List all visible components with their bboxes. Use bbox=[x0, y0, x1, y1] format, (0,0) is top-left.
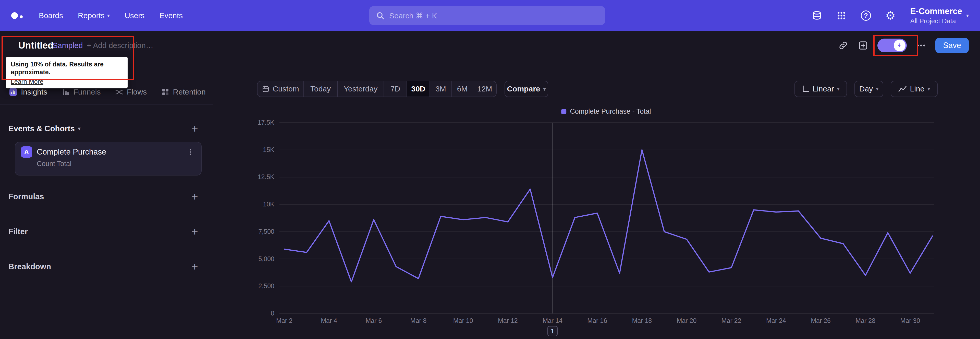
y-axis-tick-label: 7,500 bbox=[258, 228, 274, 235]
y-axis-tick-label: 2,500 bbox=[258, 282, 274, 290]
primary-nav: Boards Reports▾ Users Events bbox=[39, 0, 183, 31]
y-axis-tick-label: 0 bbox=[271, 310, 274, 317]
apps-grid-icon[interactable] bbox=[836, 10, 847, 21]
save-button[interactable]: Save bbox=[935, 38, 969, 53]
tab-insights[interactable]: Insights bbox=[9, 87, 47, 97]
chart-legend-item[interactable]: Complete Purchase - Total bbox=[561, 107, 651, 115]
logo-dot bbox=[11, 12, 18, 19]
nav-reports[interactable]: Reports▾ bbox=[78, 11, 110, 20]
tab-insights-label: Insights bbox=[21, 88, 47, 96]
interval-dropdown[interactable]: Day ▾ bbox=[854, 81, 883, 97]
range-today[interactable]: Today bbox=[304, 81, 337, 97]
range-6m[interactable]: 6M bbox=[452, 81, 473, 97]
chevron-down-icon: ▾ bbox=[837, 86, 840, 91]
more-options-icon[interactable] bbox=[915, 40, 927, 51]
legend-series-marker bbox=[561, 109, 566, 114]
add-to-board-icon[interactable] bbox=[858, 40, 869, 51]
tab-retention[interactable]: Retention bbox=[161, 87, 206, 97]
range-7d-label: 7D bbox=[390, 85, 400, 93]
y-axis-tick-label: 17.5K bbox=[258, 119, 274, 126]
compare-label: Compare bbox=[507, 85, 540, 93]
y-axis: 17.5K15K12.5K10K7,5005,0002,5000 bbox=[240, 123, 274, 313]
range-30d-label: 30D bbox=[411, 85, 425, 93]
funnels-icon bbox=[61, 87, 70, 97]
chart-type-dropdown[interactable]: Line ▾ bbox=[891, 81, 938, 97]
toggle-knob bbox=[894, 40, 905, 51]
settings-gear-icon[interactable]: ⚙ bbox=[885, 10, 896, 21]
x-axis: Mar 2Mar 4Mar 6Mar 8Mar 10Mar 12Mar 14Ma… bbox=[280, 317, 934, 326]
calendar-icon bbox=[262, 85, 269, 93]
x-axis-tick-label: Mar 8 bbox=[410, 317, 427, 325]
linear-axis-icon bbox=[802, 85, 810, 93]
help-question-mark: ? bbox=[861, 10, 871, 21]
sampling-toggle[interactable] bbox=[877, 38, 907, 52]
add-breakdown-button[interactable]: + bbox=[191, 261, 198, 272]
search-icon bbox=[376, 11, 385, 20]
nav-boards[interactable]: Boards bbox=[39, 11, 63, 20]
tab-flows[interactable]: Flows bbox=[115, 87, 147, 97]
x-axis-tick-label: Mar 18 bbox=[632, 317, 652, 325]
x-axis-tick-label: Mar 28 bbox=[856, 317, 875, 325]
range-yesterday-label: Yesterday bbox=[344, 85, 377, 93]
chevron-down-icon: ▾ bbox=[928, 86, 930, 91]
gear-glyph: ⚙ bbox=[885, 10, 895, 21]
chart-panel: Custom Today Yesterday 7D 30D 3M 6M 12M … bbox=[215, 59, 980, 339]
retention-icon bbox=[161, 87, 170, 97]
scale-label: Linear bbox=[813, 85, 834, 93]
project-switcher[interactable]: E-Commerce All Project Data ▾ bbox=[910, 0, 969, 31]
x-axis-tick-label: Mar 16 bbox=[587, 317, 607, 325]
add-formula-button[interactable]: + bbox=[191, 191, 198, 202]
data-management-icon[interactable] bbox=[811, 10, 822, 21]
event-card[interactable]: A Complete Purchase Count Total bbox=[15, 142, 202, 176]
event-kebab-menu-icon[interactable] bbox=[185, 147, 196, 157]
section-filter[interactable]: Filter + bbox=[8, 226, 198, 238]
question-glyph: ? bbox=[864, 12, 868, 20]
line-chart-icon bbox=[898, 85, 907, 93]
x-axis-tick-label: Mar 20 bbox=[677, 317, 697, 325]
chart-type-label: Line bbox=[910, 85, 924, 93]
range-3m-label: 3M bbox=[435, 85, 446, 93]
chevron-down-icon: ▾ bbox=[543, 86, 546, 91]
range-6m-label: 6M bbox=[457, 85, 468, 93]
report-title[interactable]: Untitled bbox=[18, 40, 54, 51]
range-3m[interactable]: 3M bbox=[430, 81, 452, 97]
top-nav-icons: ? ⚙ bbox=[811, 0, 896, 31]
interval-label: Day bbox=[859, 85, 873, 93]
range-custom[interactable]: Custom bbox=[258, 81, 304, 97]
range-12m[interactable]: 12M bbox=[473, 81, 496, 97]
range-7d[interactable]: 7D bbox=[383, 81, 407, 97]
tab-funnels[interactable]: Funnels bbox=[61, 87, 101, 97]
event-metric-selector[interactable]: Count Total bbox=[37, 160, 196, 168]
sampling-tooltip: Using 10% of data. Results are approxima… bbox=[6, 57, 127, 88]
x-axis-tick-label: Mar 6 bbox=[366, 317, 382, 325]
search-input[interactable]: Search ⌘ + K bbox=[369, 6, 605, 25]
mixpanel-logo[interactable] bbox=[11, 0, 23, 31]
compare-button[interactable]: Compare ▾ bbox=[504, 81, 548, 97]
sampled-badge[interactable]: Sampled bbox=[52, 41, 83, 50]
event-series-badge: A bbox=[21, 146, 32, 158]
section-formulas[interactable]: Formulas + bbox=[8, 191, 198, 203]
nav-users[interactable]: Users bbox=[124, 11, 145, 20]
section-breakdown[interactable]: Breakdown + bbox=[8, 261, 198, 273]
add-filter-button[interactable]: + bbox=[191, 226, 198, 237]
search-placeholder: Search ⌘ + K bbox=[389, 11, 437, 20]
line-chart[interactable] bbox=[280, 123, 934, 313]
x-axis-tick-label: Mar 22 bbox=[721, 317, 741, 325]
range-custom-label: Custom bbox=[272, 85, 299, 93]
chevron-down-icon: ▾ bbox=[966, 13, 969, 18]
add-description[interactable]: + Add description… bbox=[87, 41, 153, 50]
learn-more-link[interactable]: Learn More bbox=[11, 78, 43, 85]
copy-link-icon[interactable] bbox=[838, 40, 849, 51]
nav-users-label: Users bbox=[124, 11, 145, 20]
events-cohorts-header[interactable]: Events & Cohorts ▾ + bbox=[8, 123, 198, 134]
range-30d[interactable]: 30D bbox=[407, 81, 430, 97]
report-header-actions: Save bbox=[838, 31, 969, 59]
range-yesterday[interactable]: Yesterday bbox=[337, 81, 383, 97]
annotation-marker[interactable]: 1 bbox=[547, 326, 558, 336]
scale-dropdown[interactable]: Linear ▾ bbox=[794, 81, 847, 97]
event-name[interactable]: Complete Purchase bbox=[37, 147, 106, 157]
add-event-button[interactable]: + bbox=[191, 123, 198, 134]
nav-events[interactable]: Events bbox=[159, 11, 183, 20]
chevron-down-icon: ▾ bbox=[876, 86, 878, 91]
help-icon[interactable]: ? bbox=[861, 10, 871, 21]
